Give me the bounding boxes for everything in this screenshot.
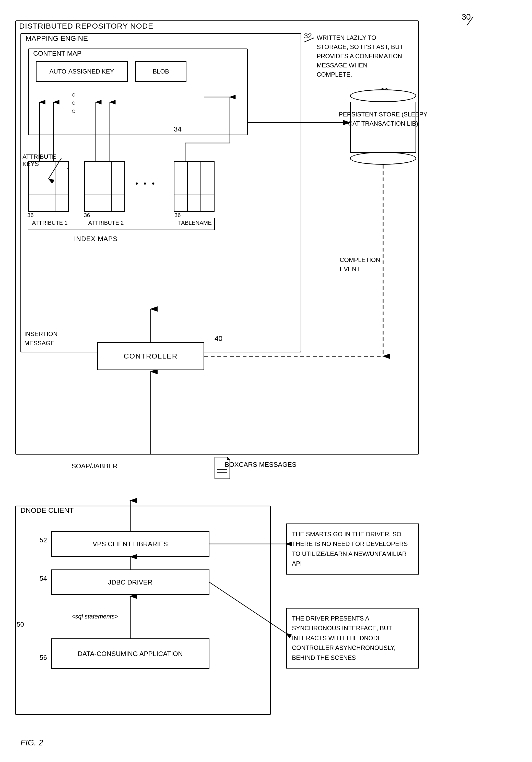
svg-line-32 (227, 457, 230, 460)
fig2-label: FIG. 2 (21, 738, 43, 747)
ref-36-1: 36 (27, 212, 34, 219)
ref-50: 50 (17, 621, 24, 629)
blob-box: BLOB (135, 61, 187, 82)
insertion-message-label: INSERTIONMESSAGE (24, 330, 57, 348)
distributed-repo-label: DISTRIBUTED REPOSITORY NODE (19, 22, 153, 31)
svg-line-30 (467, 17, 473, 26)
index-map-dots: • • • (135, 179, 156, 188)
soap-jabber-label: SOAP/JABBER (71, 462, 118, 470)
content-map-label: CONTENT MAP (33, 49, 81, 57)
ref-34: 34 (174, 125, 182, 133)
index-maps-label: INDEX MAPS (74, 235, 117, 243)
index-map-grid-2 (84, 161, 125, 212)
ref-40: 40 (214, 335, 222, 343)
ref-54: 54 (39, 574, 47, 582)
ref-32: 32 (304, 32, 312, 40)
ref-36-2: 36 (84, 212, 90, 219)
attr2-label: ATTRIBUTE 2 (77, 220, 135, 226)
ref-56: 56 (39, 654, 47, 662)
controller-box: CONTROLLER (97, 342, 204, 370)
auto-key-box: AUTO-ASSIGNED KEY (36, 61, 128, 82)
dnode-client-label: DNODE CLIENT (21, 506, 74, 514)
boxcars-messages-label: BOXCARS MESSAGES (225, 460, 296, 470)
data-consuming-app-box: DATA-CONSUMING APPLICATION (51, 639, 209, 669)
data-consuming-app-label: DATA-CONSUMING APPLICATION (78, 649, 183, 659)
ref-52: 52 (39, 536, 47, 544)
attr1-label: ATTRIBUTE 1 (23, 220, 77, 226)
vps-client-libraries-box: VPS CLIENT LIBRARIES (51, 531, 209, 557)
annotation-box-2: THE DRIVER PRESENTS A SYNCHRONOUS INTERF… (286, 608, 419, 668)
sql-statements-label: <sql statements> (71, 613, 118, 620)
persistent-store-label: PERSISTENT STORE (SLEEPY CAT TRANSACTION… (335, 110, 432, 128)
annotation-box-1: THE SMARTS GO IN THE DRIVER, SO THERE IS… (286, 523, 419, 574)
written-lazily-text: WRITTEN LAZILY TO STORAGE, SO IT'S FAST,… (317, 33, 404, 79)
mapping-engine-label: MAPPING ENGINE (26, 35, 88, 42)
tablename-label: TABLENAME (166, 220, 224, 226)
index-map-grid-1 (28, 161, 69, 212)
jdbc-driver-box: JDBC DRIVER (51, 570, 209, 595)
completion-event-label: COMPLETIONEVENT (340, 255, 380, 274)
content-map-dots: ○○○ (71, 91, 77, 115)
ref-36-3: 36 (175, 212, 181, 219)
index-map-grid-3 (174, 161, 214, 212)
